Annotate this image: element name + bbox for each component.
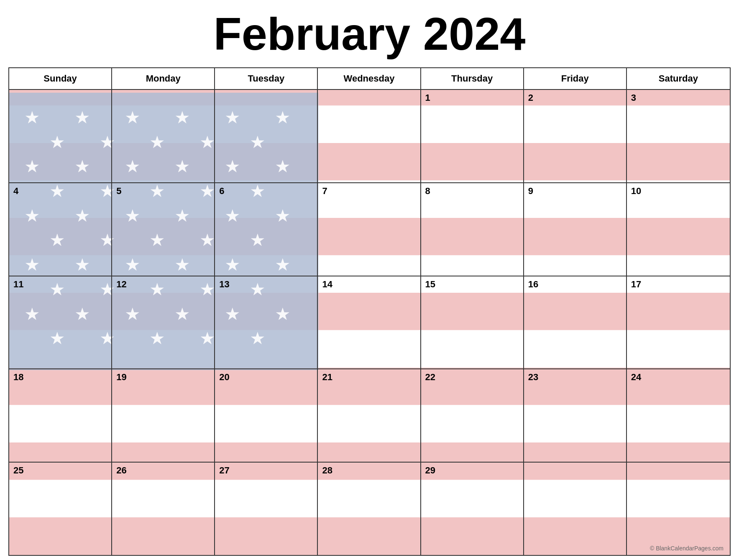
week-row-2: 4 5 6 7 8 9 10 bbox=[9, 183, 730, 276]
day-cell-20: 20 bbox=[215, 369, 318, 462]
day-cell-empty bbox=[9, 90, 112, 182]
day-cell-empty bbox=[318, 90, 421, 182]
day-cell-8: 8 bbox=[421, 183, 524, 276]
day-cell-3: 3 bbox=[627, 90, 730, 182]
day-cell-24: 24 bbox=[627, 369, 730, 462]
week-row-5: 25 26 27 28 29 bbox=[9, 463, 730, 555]
day-cell-9: 9 bbox=[524, 183, 627, 276]
day-cell-23: 23 bbox=[524, 369, 627, 462]
day-cell-11: 11 bbox=[9, 276, 112, 369]
week-row-3: 11 12 13 14 15 16 17 bbox=[9, 276, 730, 370]
header-monday: Monday bbox=[112, 68, 215, 89]
day-cell-1: 1 bbox=[421, 90, 524, 182]
day-cell-empty bbox=[215, 90, 318, 182]
calendar-title: February 2024 bbox=[8, 4, 731, 67]
calendar-container: February 2024 bbox=[0, 0, 739, 560]
day-cell-26: 26 bbox=[112, 463, 215, 555]
watermark: © BlankCalendarPages.com bbox=[650, 545, 724, 552]
day-cell-21: 21 bbox=[318, 369, 421, 462]
day-cell-5: 5 bbox=[112, 183, 215, 276]
week-row-1: 1 2 3 bbox=[9, 90, 730, 183]
header-saturday: Saturday bbox=[627, 68, 730, 89]
day-cell-empty bbox=[112, 90, 215, 182]
day-cell-17: 17 bbox=[627, 276, 730, 369]
header-friday: Friday bbox=[524, 68, 627, 89]
day-cell-16: 16 bbox=[524, 276, 627, 369]
day-cell-4: 4 bbox=[9, 183, 112, 276]
day-cell-28: 28 bbox=[318, 463, 421, 555]
day-cell-14: 14 bbox=[318, 276, 421, 369]
week-row-4: 18 19 20 21 22 23 24 bbox=[9, 369, 730, 463]
day-cell-18: 18 bbox=[9, 369, 112, 462]
header-thursday: Thursday bbox=[421, 68, 524, 89]
day-cell-6: 6 bbox=[215, 183, 318, 276]
weeks-container: 1 2 3 4 5 6 7 8 9 10 11 12 13 14 15 bbox=[9, 90, 730, 555]
day-cell-29: 29 bbox=[421, 463, 524, 555]
header-sunday: Sunday bbox=[9, 68, 112, 89]
day-cell-empty bbox=[524, 463, 627, 555]
header-tuesday: Tuesday bbox=[215, 68, 318, 89]
day-cell-13: 13 bbox=[215, 276, 318, 369]
days-header: Sunday Monday Tuesday Wednesday Thursday… bbox=[9, 68, 730, 90]
day-cell-empty bbox=[627, 463, 730, 555]
day-cell-27: 27 bbox=[215, 463, 318, 555]
day-cell-10: 10 bbox=[627, 183, 730, 276]
day-cell-2: 2 bbox=[524, 90, 627, 182]
header-wednesday: Wednesday bbox=[318, 68, 421, 89]
day-cell-7: 7 bbox=[318, 183, 421, 276]
day-cell-12: 12 bbox=[112, 276, 215, 369]
day-cell-25: 25 bbox=[9, 463, 112, 555]
day-cell-19: 19 bbox=[112, 369, 215, 462]
day-cell-15: 15 bbox=[421, 276, 524, 369]
day-cell-22: 22 bbox=[421, 369, 524, 462]
